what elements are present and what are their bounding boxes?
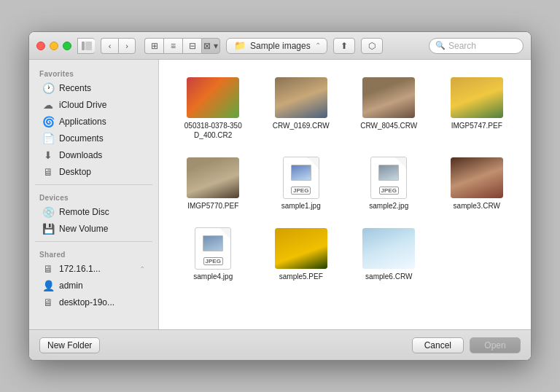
- sidebar-item-admin[interactable]: 👤 admin: [32, 278, 155, 294]
- list-view-button[interactable]: ⊞: [144, 38, 163, 54]
- column-view-button[interactable]: ≡: [163, 38, 182, 54]
- list-item[interactable]: CRW_0169.CRW: [259, 71, 344, 146]
- file-name: CRW_0169.CRW: [273, 121, 330, 130]
- sidebar: Favorites 🕐 Recents ☁ iCloud Drive 🌀 App…: [29, 60, 159, 329]
- new-volume-icon: 💾: [42, 223, 54, 235]
- divider-2: [35, 241, 152, 242]
- sidebar-item-remote-disc[interactable]: 💿 Remote Disc: [32, 204, 155, 220]
- file-name: 050318-0378-350D_400.CR2: [184, 121, 242, 140]
- list-item[interactable]: JPEG sample1.jpg: [259, 152, 344, 216]
- folder-selector[interactable]: 📁 Sample images ⌃: [226, 38, 327, 54]
- sidebar-toggle-group: [77, 38, 95, 54]
- maximize-button[interactable]: [63, 42, 71, 50]
- open-button[interactable]: Open: [470, 337, 521, 353]
- svg-rect-0: [82, 42, 85, 50]
- file-name: sample2.jpg: [369, 201, 408, 211]
- tag-button[interactable]: ⬡: [361, 38, 383, 54]
- file-thumbnail: [187, 77, 239, 118]
- file-thumbnail: [275, 77, 327, 118]
- nav-buttons: ‹ ›: [101, 38, 136, 54]
- list-item[interactable]: IMGP5770.PEF: [171, 152, 256, 216]
- devices-section-title: Devices: [29, 189, 158, 203]
- list-item[interactable]: sample5.PEF: [259, 222, 344, 287]
- network-icon: 🖥: [42, 263, 54, 275]
- list-item[interactable]: JPEG sample4.jpg: [171, 222, 256, 287]
- sidebar-item-recents[interactable]: 🕐 Recents: [32, 80, 155, 96]
- titlebar: ‹ › ⊞ ≡ ⊟ ⊠ ▾ 📁 Sample images ⌃ ⬆ ⬡ 🔍 Se…: [29, 32, 531, 60]
- grid-view-button[interactable]: ⊠ ▾: [201, 38, 220, 54]
- file-icon-wrapper: JPEG: [187, 228, 239, 269]
- forward-button[interactable]: ›: [118, 38, 136, 54]
- desktop19-icon: 🖥: [42, 297, 54, 308]
- search-icon: 🔍: [435, 41, 446, 50]
- applications-icon: 🌀: [42, 116, 54, 128]
- traffic-lights: [36, 42, 71, 50]
- list-item[interactable]: sample3.CRW: [435, 152, 520, 216]
- share-button[interactable]: ⬆: [333, 38, 355, 54]
- file-icon: JPEG: [370, 157, 407, 199]
- list-item[interactable]: JPEG sample2.jpg: [346, 152, 432, 216]
- finder-window: ‹ › ⊞ ≡ ⊟ ⊠ ▾ 📁 Sample images ⌃ ⬆ ⬡ 🔍 Se…: [28, 31, 532, 361]
- bottombar: New Folder Cancel Open: [29, 329, 531, 360]
- minimize-button[interactable]: [50, 42, 58, 50]
- icloud-icon: ☁: [42, 99, 54, 111]
- file-thumbnail: [187, 157, 239, 198]
- list-item[interactable]: sample6.CRW: [346, 222, 432, 287]
- search-placeholder: Search: [448, 41, 476, 51]
- sidebar-item-ip[interactable]: 🖥 172.16.1... ⌃: [32, 261, 155, 277]
- sidebar-item-downloads[interactable]: ⬇ Downloads: [32, 147, 155, 163]
- sidebar-item-desktop[interactable]: 🖥 Desktop: [32, 164, 155, 180]
- main-area: Favorites 🕐 Recents ☁ iCloud Drive 🌀 App…: [29, 60, 531, 329]
- file-name: IMGP5770.PEF: [187, 201, 238, 211]
- sidebar-toggle-button[interactable]: [77, 38, 95, 54]
- sidebar-item-documents[interactable]: 📄 Documents: [32, 130, 155, 146]
- recents-icon: 🕐: [42, 82, 54, 94]
- list-item[interactable]: CRW_8045.CRW: [346, 71, 432, 146]
- file-grid: 050318-0378-350D_400.CR2 CRW_0169.CRW CR…: [171, 71, 519, 287]
- shared-section-title: Shared: [29, 246, 158, 260]
- documents-icon: 📄: [42, 133, 54, 144]
- admin-icon: 👤: [42, 280, 54, 291]
- sidebar-item-applications[interactable]: 🌀 Applications: [32, 114, 155, 130]
- file-name: sample1.jpg: [281, 201, 321, 211]
- cover-flow-button[interactable]: ⊟: [182, 38, 201, 54]
- cancel-button[interactable]: Cancel: [412, 337, 464, 353]
- file-thumbnail: [362, 77, 415, 118]
- file-name: sample5.PEF: [279, 272, 323, 281]
- list-item[interactable]: IMGP5747.PEF: [435, 71, 520, 146]
- file-name: sample3.CRW: [454, 201, 500, 211]
- list-item[interactable]: 050318-0378-350D_400.CR2: [171, 71, 256, 146]
- expand-arrow: ⌃: [139, 265, 145, 273]
- file-area: 050318-0378-350D_400.CR2 CRW_0169.CRW CR…: [159, 60, 531, 329]
- favorites-section-title: Favorites: [29, 66, 158, 79]
- file-icon: JPEG: [283, 157, 319, 199]
- new-folder-button[interactable]: New Folder: [39, 337, 100, 353]
- file-thumbnail: [362, 228, 415, 269]
- search-box[interactable]: 🔍 Search: [429, 38, 524, 54]
- file-thumbnail: [275, 228, 327, 269]
- back-button[interactable]: ‹: [101, 38, 118, 54]
- file-name: sample4.jpg: [193, 272, 233, 281]
- file-icon-wrapper: JPEG: [362, 157, 415, 198]
- file-name: IMGP5747.PEF: [451, 121, 502, 130]
- view-toggle-group: ⊞ ≡ ⊟ ⊠ ▾: [144, 38, 220, 54]
- desktop-icon: 🖥: [42, 166, 54, 178]
- remote-disc-icon: 💿: [42, 206, 54, 218]
- divider-1: [35, 184, 152, 185]
- sidebar-item-icloud[interactable]: ☁ iCloud Drive: [32, 97, 155, 113]
- close-button[interactable]: [36, 42, 45, 50]
- file-name: CRW_8045.CRW: [360, 121, 417, 130]
- file-name: sample6.CRW: [365, 272, 412, 281]
- svg-rect-1: [85, 42, 92, 50]
- downloads-icon: ⬇: [42, 149, 54, 161]
- file-icon: JPEG: [195, 227, 231, 270]
- sidebar-item-new-volume[interactable]: 💾 New Volume: [32, 221, 155, 237]
- file-thumbnail: [451, 157, 503, 198]
- file-icon-wrapper: JPEG: [275, 157, 327, 198]
- sidebar-item-desktop19[interactable]: 🖥 desktop-19o...: [32, 294, 155, 310]
- file-thumbnail: [451, 77, 503, 118]
